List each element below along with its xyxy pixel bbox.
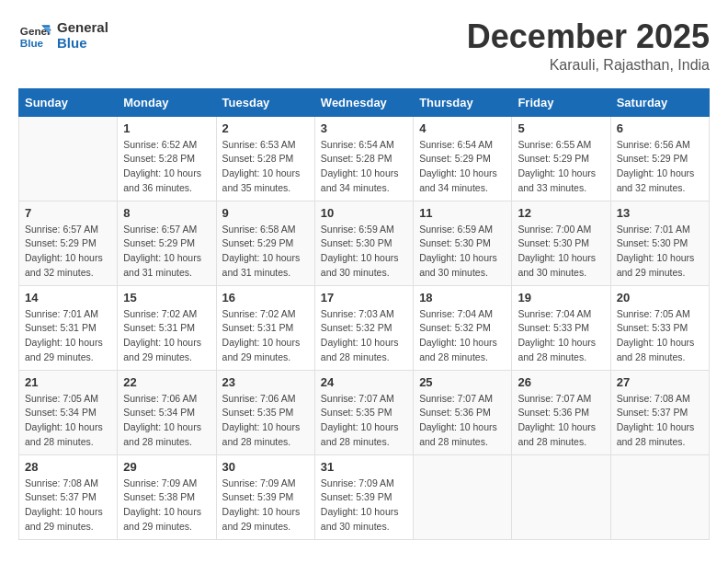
day-info: Sunrise: 7:04 AMSunset: 5:32 PMDaylight:… — [419, 307, 506, 365]
calendar-cell: 8Sunrise: 6:57 AMSunset: 5:29 PMDaylight… — [118, 201, 216, 285]
calendar-cell: 18Sunrise: 7:04 AMSunset: 5:32 PMDayligh… — [414, 285, 512, 370]
title-block: December 2025 Karauli, Rajasthan, India — [467, 18, 710, 74]
calendar-cell: 17Sunrise: 7:03 AMSunset: 5:32 PMDayligh… — [314, 285, 413, 370]
day-info: Sunrise: 6:54 AMSunset: 5:29 PMDaylight:… — [419, 138, 506, 196]
calendar-cell: 20Sunrise: 7:05 AMSunset: 5:33 PMDayligh… — [610, 285, 709, 370]
day-info: Sunrise: 6:59 AMSunset: 5:30 PMDaylight:… — [419, 223, 506, 281]
day-info: Sunrise: 7:02 AMSunset: 5:31 PMDaylight:… — [123, 307, 210, 365]
day-info: Sunrise: 7:03 AMSunset: 5:32 PMDaylight:… — [321, 307, 407, 365]
week-row-2: 7Sunrise: 6:57 AMSunset: 5:29 PMDaylight… — [19, 201, 710, 285]
calendar-cell: 31Sunrise: 7:09 AMSunset: 5:39 PMDayligh… — [314, 454, 413, 539]
weekday-header-row: SundayMondayTuesdayWednesdayThursdayFrid… — [19, 88, 710, 116]
day-number: 3 — [321, 121, 407, 135]
day-number: 29 — [123, 460, 210, 474]
calendar-cell: 3Sunrise: 6:54 AMSunset: 5:28 PMDaylight… — [314, 116, 413, 201]
day-number: 11 — [419, 206, 506, 220]
calendar-cell — [19, 116, 118, 201]
day-info: Sunrise: 7:07 AMSunset: 5:36 PMDaylight:… — [419, 392, 506, 450]
day-info: Sunrise: 6:54 AMSunset: 5:28 PMDaylight:… — [321, 138, 407, 196]
day-number: 21 — [25, 375, 111, 389]
calendar-cell: 12Sunrise: 7:00 AMSunset: 5:30 PMDayligh… — [512, 201, 610, 285]
day-number: 17 — [321, 291, 407, 304]
calendar-table: SundayMondayTuesdayWednesdayThursdayFrid… — [18, 88, 710, 540]
week-row-3: 14Sunrise: 7:01 AMSunset: 5:31 PMDayligh… — [19, 285, 710, 370]
day-info: Sunrise: 7:05 AMSunset: 5:34 PMDaylight:… — [25, 392, 111, 450]
day-info: Sunrise: 7:05 AMSunset: 5:33 PMDaylight:… — [617, 307, 703, 365]
day-number: 23 — [222, 375, 309, 389]
month-title: December 2025 — [467, 18, 710, 55]
calendar-cell: 25Sunrise: 7:07 AMSunset: 5:36 PMDayligh… — [414, 370, 512, 454]
day-number: 16 — [222, 291, 309, 304]
day-number: 1 — [123, 121, 210, 135]
day-number: 12 — [518, 206, 604, 220]
day-info: Sunrise: 7:08 AMSunset: 5:37 PMDaylight:… — [617, 392, 703, 450]
day-number: 25 — [419, 375, 506, 389]
day-info: Sunrise: 6:59 AMSunset: 5:30 PMDaylight:… — [321, 223, 407, 281]
day-info: Sunrise: 7:06 AMSunset: 5:34 PMDaylight:… — [123, 392, 210, 450]
calendar-cell: 2Sunrise: 6:53 AMSunset: 5:28 PMDaylight… — [216, 116, 314, 201]
day-number: 7 — [25, 206, 111, 220]
week-row-4: 21Sunrise: 7:05 AMSunset: 5:34 PMDayligh… — [19, 370, 710, 454]
location: Karauli, Rajasthan, India — [467, 57, 710, 74]
logo-icon: General Blue — [18, 18, 51, 52]
calendar-cell: 23Sunrise: 7:06 AMSunset: 5:35 PMDayligh… — [216, 370, 314, 454]
day-number: 5 — [518, 121, 604, 135]
calendar-cell: 27Sunrise: 7:08 AMSunset: 5:37 PMDayligh… — [610, 370, 709, 454]
day-number: 14 — [25, 291, 111, 304]
day-number: 28 — [25, 460, 111, 474]
day-number: 26 — [518, 375, 604, 389]
weekday-header-monday: Monday — [118, 88, 216, 116]
page-header: General Blue General Blue December 2025 … — [18, 18, 710, 74]
week-row-5: 28Sunrise: 7:08 AMSunset: 5:37 PMDayligh… — [19, 454, 710, 539]
calendar-cell: 21Sunrise: 7:05 AMSunset: 5:34 PMDayligh… — [19, 370, 118, 454]
svg-text:Blue: Blue — [20, 37, 44, 49]
calendar-cell: 15Sunrise: 7:02 AMSunset: 5:31 PMDayligh… — [118, 285, 216, 370]
day-info: Sunrise: 7:09 AMSunset: 5:39 PMDaylight:… — [222, 477, 309, 534]
calendar-cell: 9Sunrise: 6:58 AMSunset: 5:29 PMDaylight… — [216, 201, 314, 285]
calendar-cell: 30Sunrise: 7:09 AMSunset: 5:39 PMDayligh… — [216, 454, 314, 539]
day-info: Sunrise: 7:06 AMSunset: 5:35 PMDaylight:… — [222, 392, 309, 450]
weekday-header-sunday: Sunday — [19, 88, 118, 116]
day-info: Sunrise: 7:04 AMSunset: 5:33 PMDaylight:… — [518, 307, 604, 365]
calendar-cell: 26Sunrise: 7:07 AMSunset: 5:36 PMDayligh… — [512, 370, 610, 454]
calendar-cell — [512, 454, 610, 539]
day-number: 6 — [617, 121, 703, 135]
day-number: 8 — [123, 206, 210, 220]
calendar-cell: 5Sunrise: 6:55 AMSunset: 5:29 PMDaylight… — [512, 116, 610, 201]
day-number: 22 — [123, 375, 210, 389]
day-number: 20 — [617, 291, 703, 304]
day-info: Sunrise: 6:55 AMSunset: 5:29 PMDaylight:… — [518, 138, 604, 196]
day-info: Sunrise: 7:02 AMSunset: 5:31 PMDaylight:… — [222, 307, 309, 365]
day-number: 18 — [419, 291, 506, 304]
calendar-cell — [414, 454, 512, 539]
day-info: Sunrise: 7:09 AMSunset: 5:39 PMDaylight:… — [321, 477, 407, 534]
day-number: 30 — [222, 460, 309, 474]
day-info: Sunrise: 7:09 AMSunset: 5:38 PMDaylight:… — [123, 477, 210, 534]
day-info: Sunrise: 6:57 AMSunset: 5:29 PMDaylight:… — [123, 223, 210, 281]
calendar-cell: 10Sunrise: 6:59 AMSunset: 5:30 PMDayligh… — [314, 201, 413, 285]
weekday-header-saturday: Saturday — [610, 88, 709, 116]
weekday-header-thursday: Thursday — [414, 88, 512, 116]
logo: General Blue General Blue — [18, 18, 108, 52]
day-number: 24 — [321, 375, 407, 389]
calendar-cell: 7Sunrise: 6:57 AMSunset: 5:29 PMDaylight… — [19, 201, 118, 285]
calendar-cell: 24Sunrise: 7:07 AMSunset: 5:35 PMDayligh… — [314, 370, 413, 454]
day-number: 4 — [419, 121, 506, 135]
day-info: Sunrise: 6:53 AMSunset: 5:28 PMDaylight:… — [222, 138, 309, 196]
calendar-cell: 28Sunrise: 7:08 AMSunset: 5:37 PMDayligh… — [19, 454, 118, 539]
calendar-cell: 16Sunrise: 7:02 AMSunset: 5:31 PMDayligh… — [216, 285, 314, 370]
logo-text-blue: Blue — [57, 35, 108, 51]
day-info: Sunrise: 6:57 AMSunset: 5:29 PMDaylight:… — [25, 223, 111, 281]
calendar-cell: 19Sunrise: 7:04 AMSunset: 5:33 PMDayligh… — [512, 285, 610, 370]
calendar-cell — [610, 454, 709, 539]
weekday-header-friday: Friday — [512, 88, 610, 116]
day-number: 27 — [617, 375, 703, 389]
calendar-cell: 22Sunrise: 7:06 AMSunset: 5:34 PMDayligh… — [118, 370, 216, 454]
day-number: 19 — [518, 291, 604, 304]
calendar-cell: 6Sunrise: 6:56 AMSunset: 5:29 PMDaylight… — [610, 116, 709, 201]
logo-text-general: General — [57, 19, 108, 35]
day-info: Sunrise: 6:56 AMSunset: 5:29 PMDaylight:… — [617, 138, 703, 196]
day-info: Sunrise: 7:01 AMSunset: 5:30 PMDaylight:… — [617, 223, 703, 281]
weekday-header-wednesday: Wednesday — [314, 88, 413, 116]
day-number: 10 — [321, 206, 407, 220]
